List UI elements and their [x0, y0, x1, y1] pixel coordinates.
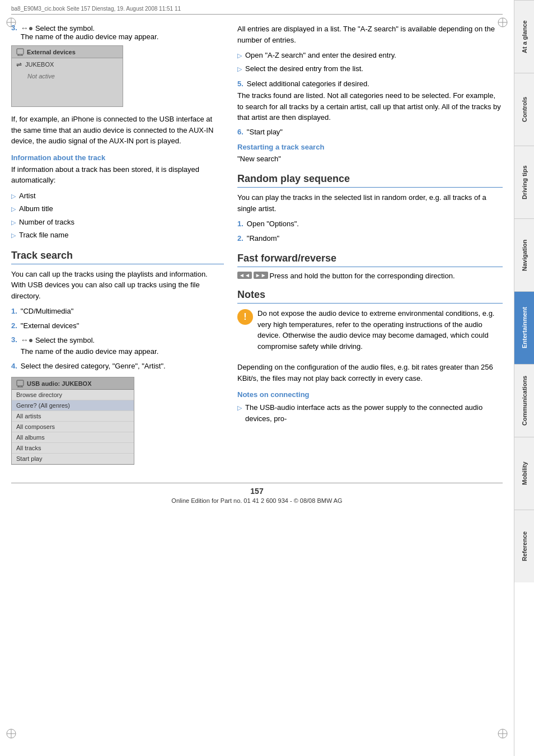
random-step-text-2: "Random": [247, 233, 279, 244]
sidebar-tab-controls[interactable]: Controls: [514, 73, 534, 146]
step-num-2: 2.: [11, 320, 17, 332]
usb-title-text: USB audio: JUKEBOX: [27, 380, 92, 387]
step5-para: The tracks found are listed. Not all cat…: [237, 90, 503, 123]
sidebar-tab-at-a-glance[interactable]: At a glance: [514, 0, 534, 73]
left-column: 3. ↔● Select the symbol. The name of the…: [11, 24, 224, 472]
az-bullet-1: ▷ Open "A-Z search" and enter the desire…: [237, 50, 503, 61]
info-track-para: If information about a track has been st…: [11, 164, 224, 186]
arrow-icon: ▷: [237, 64, 242, 74]
notes-connecting-bullets: ▷ The USB-audio interface acts as the po…: [237, 402, 503, 424]
track-search-steps: 1. "CD/Multimedia" 2. "External devices"…: [11, 306, 224, 371]
random-step-text-1: Open "Options".: [247, 218, 299, 230]
usb-item-albums: All albums: [12, 432, 134, 443]
main-content: ba8_E90M3_cic.book Seite 157 Dienstag, 1…: [0, 0, 514, 756]
usb-screenshot: USB audio: JUKEBOX Browse directory Genr…: [11, 377, 134, 465]
random-heading: Random play sequence: [237, 173, 503, 188]
sidebar-tab-communications[interactable]: Communications: [514, 364, 534, 437]
step-content-3: ↔● Select the symbol. The name of the au…: [21, 334, 158, 357]
step-text-4: Select the desired category, "Genre", "A…: [21, 361, 166, 372]
track-search-heading: Track search: [11, 250, 224, 264]
track-search-para: You can call up the tracks using the pla…: [11, 269, 224, 302]
step3-num: 3.: [11, 24, 17, 32]
random-step-2: 2. "Random": [237, 233, 503, 244]
device-row-jukebox: ⇌ JUKEBOX: [12, 58, 123, 71]
ff-para: Press and hold the button for the corres…: [270, 272, 455, 280]
az-search-bullets: ▷ Open "A-Z search" and enter the desire…: [237, 50, 503, 74]
notes-connecting-text: The USB-audio interface acts as the powe…: [245, 402, 503, 424]
warning-icon: !: [237, 309, 253, 325]
right-para1: All entries are displayed in a list. The…: [237, 24, 503, 45]
arrow-icon: ▷: [11, 204, 16, 214]
ff-heading: Fast forward/reverse: [237, 253, 503, 267]
device-screenshot: External devices ⇌ JUKEBOX Not active: [11, 45, 123, 107]
bullet-album-text: Album title: [19, 203, 53, 214]
restarting-heading: Restarting a track search: [237, 143, 503, 151]
step5-text: Select additional categories if desired.: [247, 80, 369, 88]
step-num-3: 3.: [11, 334, 17, 346]
device-title-icon: [16, 48, 24, 56]
warning-box: ! Do not expose the audio device to extr…: [237, 308, 503, 356]
usb-item-composers: All composers: [12, 422, 134, 432]
usb-item-browse: Browse directory: [12, 390, 134, 400]
sidebar-tab-driving-tips[interactable]: Driving tips: [514, 146, 534, 218]
footer: 157 Online Edition for Part no. 01 41 2 …: [11, 483, 503, 504]
svg-rect-12: [17, 49, 24, 54]
usb-title-bar: USB audio: JUKEBOX: [12, 377, 134, 390]
step-text-2: "External devices": [21, 320, 79, 332]
track-info-bullets: ▷ Artist ▷ Album title ▷ Number of track…: [11, 190, 224, 241]
device-not-active: Not active: [27, 73, 55, 80]
notes-connecting-bullet-1: ▷ The USB-audio interface acts as the po…: [237, 402, 503, 424]
usb-icon: ⇌: [16, 60, 22, 68]
header-filename: ba8_E90M3_cic.book Seite 157 Dienstag, 1…: [11, 6, 181, 12]
random-steps: 1. Open "Options". 2. "Random": [237, 218, 503, 244]
step6-num: 6.: [237, 128, 243, 136]
track-step-1: 1. "CD/Multimedia": [11, 306, 224, 317]
restarting-text: "New search": [237, 153, 503, 165]
arrow-icon: ▷: [237, 403, 242, 413]
sidebar-tab-reference[interactable]: Reference: [514, 510, 534, 582]
usb-item-artists: All artists: [12, 411, 134, 422]
random-step-1: 1. Open "Options".: [237, 218, 503, 230]
usb-item-tracks: All tracks: [12, 443, 134, 454]
step5-num: 5.: [237, 80, 243, 88]
track-step-3: 3. ↔● Select the symbol. The name of the…: [11, 334, 224, 357]
left-para1: If, for example, an iPhone is connected …: [11, 114, 224, 147]
arrow-icon: ▷: [11, 231, 16, 240]
sidebar-tab-entertainment[interactable]: Entertainment: [514, 291, 534, 364]
usb-item-genre: Genre? (All genres): [12, 400, 134, 411]
arrow-icon: ▷: [11, 218, 16, 227]
az-bullet-1-text: Open "A-Z search" and enter the desired …: [245, 50, 396, 61]
notes-para2: Depending on the configuration of the au…: [237, 362, 503, 384]
bullet-artist: ▷ Artist: [11, 190, 224, 202]
two-column-layout: 3. ↔● Select the symbol. The name of the…: [11, 24, 503, 472]
track-step-4: 4. Select the desired category, "Genre",…: [11, 361, 224, 372]
ff-forward-icon: ►►: [254, 272, 268, 279]
sidebar-tab-navigation[interactable]: Navigation: [514, 218, 534, 291]
sidebar-tab-mobility[interactable]: Mobility: [514, 437, 534, 510]
random-step-num-2: 2.: [237, 233, 243, 244]
step6-text: "Start play": [247, 128, 283, 136]
arrow-icon: ▷: [11, 192, 16, 201]
bullet-tracks: ▷ Number of tracks: [11, 217, 224, 228]
ff-block: ◄◄ ►► Press and hold the button for the …: [237, 272, 503, 280]
info-track-heading: Information about the track: [11, 153, 224, 162]
random-step-num-1: 1.: [237, 218, 243, 230]
notes-heading: Notes: [237, 289, 503, 304]
random-para: You can play the tracks in the selected …: [237, 192, 503, 214]
step3-block: 3. ↔● Select the symbol. The name of the…: [11, 24, 224, 41]
bullet-artist-text: Artist: [19, 190, 36, 202]
bullet-album: ▷ Album title: [11, 203, 224, 214]
bullet-filename: ▷ Track file name: [11, 230, 224, 241]
az-bullet-2-text: Select the desired entry from the list.: [245, 63, 363, 74]
sidebar-right: At a glance Controls Driving tips Naviga…: [514, 0, 534, 756]
step6-block: 6. "Start play": [237, 128, 503, 136]
footer-copyright: Online Edition for Part no. 01 41 2 600 …: [171, 497, 342, 504]
step3-content: ↔● Select the symbol. The name of the au…: [21, 24, 158, 41]
step5-block: 5. Select additional categories if desir…: [237, 80, 503, 88]
step-text-1: "CD/Multimedia": [21, 306, 73, 317]
step3-sub: The name of the audio device may appear.: [21, 32, 158, 41]
connector-symbol-2: ↔●: [21, 334, 33, 346]
az-bullet-2: ▷ Select the desired entry from the list…: [237, 63, 503, 74]
usb-title-icon: [16, 380, 24, 388]
step-num-1: 1.: [11, 306, 17, 317]
